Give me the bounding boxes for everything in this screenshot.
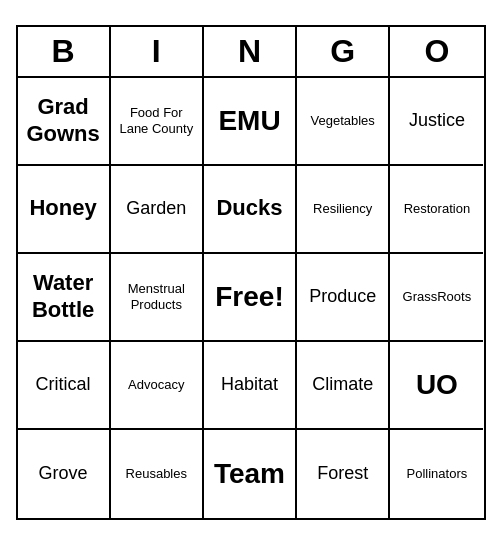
header-letter: I bbox=[111, 27, 204, 76]
bingo-cell: Resiliency bbox=[297, 166, 390, 254]
bingo-cell: Team bbox=[204, 430, 297, 518]
header-letter: G bbox=[297, 27, 390, 76]
cell-text: Critical bbox=[36, 374, 91, 396]
bingo-card: BINGO Grad GownsFood For Lane CountyEMUV… bbox=[16, 25, 486, 520]
bingo-cell: Habitat bbox=[204, 342, 297, 430]
cell-text: Menstrual Products bbox=[115, 281, 198, 312]
cell-text: Honey bbox=[29, 195, 96, 221]
bingo-cell: Climate bbox=[297, 342, 390, 430]
cell-text: Resiliency bbox=[313, 201, 372, 217]
bingo-cell: Pollinators bbox=[390, 430, 483, 518]
cell-text: Forest bbox=[317, 463, 368, 485]
cell-text: Water Bottle bbox=[22, 270, 105, 323]
cell-text: Garden bbox=[126, 198, 186, 220]
cell-text: UO bbox=[416, 368, 458, 402]
cell-text: Ducks bbox=[216, 195, 282, 221]
bingo-cell: Ducks bbox=[204, 166, 297, 254]
cell-text: Grad Gowns bbox=[22, 94, 105, 147]
header-letter: B bbox=[18, 27, 111, 76]
bingo-cell: Forest bbox=[297, 430, 390, 518]
bingo-grid: Grad GownsFood For Lane CountyEMUVegetab… bbox=[18, 78, 484, 518]
bingo-cell: EMU bbox=[204, 78, 297, 166]
cell-text: Grove bbox=[39, 463, 88, 485]
bingo-cell: Garden bbox=[111, 166, 204, 254]
cell-text: Climate bbox=[312, 374, 373, 396]
cell-text: Habitat bbox=[221, 374, 278, 396]
bingo-header: BINGO bbox=[18, 27, 484, 78]
bingo-cell: Honey bbox=[18, 166, 111, 254]
cell-text: Food For Lane County bbox=[115, 105, 198, 136]
header-letter: O bbox=[390, 27, 483, 76]
bingo-cell: Vegetables bbox=[297, 78, 390, 166]
bingo-cell: Restoration bbox=[390, 166, 483, 254]
bingo-cell: Food For Lane County bbox=[111, 78, 204, 166]
bingo-cell: Produce bbox=[297, 254, 390, 342]
bingo-cell: Water Bottle bbox=[18, 254, 111, 342]
cell-text: Restoration bbox=[404, 201, 470, 217]
header-letter: N bbox=[204, 27, 297, 76]
cell-text: Free! bbox=[215, 280, 283, 314]
cell-text: Reusables bbox=[126, 466, 187, 482]
cell-text: EMU bbox=[218, 104, 280, 138]
cell-text: Advocacy bbox=[128, 377, 184, 393]
bingo-cell: Grove bbox=[18, 430, 111, 518]
bingo-cell: Advocacy bbox=[111, 342, 204, 430]
bingo-cell: UO bbox=[390, 342, 483, 430]
bingo-cell: Menstrual Products bbox=[111, 254, 204, 342]
bingo-cell: Free! bbox=[204, 254, 297, 342]
bingo-cell: GrassRoots bbox=[390, 254, 483, 342]
cell-text: Team bbox=[214, 457, 285, 491]
bingo-cell: Justice bbox=[390, 78, 483, 166]
cell-text: Produce bbox=[309, 286, 376, 308]
cell-text: GrassRoots bbox=[403, 289, 472, 305]
bingo-cell: Reusables bbox=[111, 430, 204, 518]
bingo-cell: Critical bbox=[18, 342, 111, 430]
cell-text: Pollinators bbox=[407, 466, 468, 482]
bingo-cell: Grad Gowns bbox=[18, 78, 111, 166]
cell-text: Justice bbox=[409, 110, 465, 132]
cell-text: Vegetables bbox=[311, 113, 375, 129]
